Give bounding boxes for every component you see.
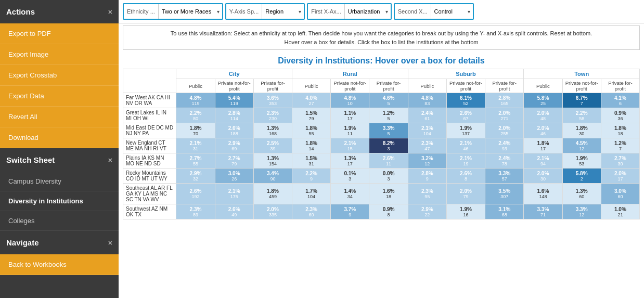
data-cell[interactable]: 2.8%114 xyxy=(215,108,253,123)
switch-sheet-close-icon[interactable]: × xyxy=(108,156,112,164)
data-cell[interactable]: 2.0%255 xyxy=(485,123,524,138)
data-cell[interactable]: 5.4%119 xyxy=(215,93,253,108)
data-cell[interactable]: 8.2%3 xyxy=(369,138,408,153)
data-cell[interactable]: 2.2%58 xyxy=(562,108,601,123)
data-cell[interactable]: 0.1%3 xyxy=(331,169,369,184)
data-cell[interactable]: 3.0%60 xyxy=(601,184,639,204)
data-cell[interactable]: 2.4%78 xyxy=(485,153,524,169)
data-cell[interactable]: 2.7%55 xyxy=(176,153,215,169)
sidebar-item-export-pdf[interactable]: Export to PDF xyxy=(0,23,119,44)
data-cell[interactable]: 2.6%8 xyxy=(446,169,485,184)
xaxis2-filter[interactable]: Second X... Control xyxy=(394,3,474,20)
data-cell[interactable]: 1.3%154 xyxy=(253,153,292,169)
data-cell[interactable]: 1.6%148 xyxy=(524,184,562,204)
data-cell[interactable]: 2.6%11 xyxy=(369,153,408,169)
data-cell[interactable]: 3.5%307 xyxy=(485,184,524,204)
data-cell[interactable]: 1.9%16 xyxy=(446,204,485,219)
data-cell[interactable]: 4.0%27 xyxy=(292,93,331,108)
sidebar-item-export-data[interactable]: Export Data xyxy=(0,86,119,107)
data-cell[interactable]: 2.3%230 xyxy=(253,108,292,123)
data-cell[interactable]: 4.1%6 xyxy=(601,93,639,108)
xaxis2-select[interactable]: Control xyxy=(431,4,473,19)
data-cell[interactable]: 1.8%17 xyxy=(524,138,562,153)
data-cell[interactable]: 2.0%271 xyxy=(485,108,524,123)
data-cell[interactable]: 2.9%22 xyxy=(408,204,446,219)
data-cell[interactable]: 3.0%26 xyxy=(215,169,253,184)
data-cell[interactable]: 2.2%9 xyxy=(292,169,331,184)
data-cell[interactable]: 4.8%10 xyxy=(331,93,369,108)
data-cell[interactable]: 3.2%12 xyxy=(408,153,446,169)
data-cell[interactable]: 1.3%17 xyxy=(331,153,369,169)
actions-close-icon[interactable]: × xyxy=(108,8,112,16)
yaxis-select[interactable]: Region xyxy=(262,4,304,19)
data-cell[interactable]: 1.8%30 xyxy=(562,123,601,138)
data-cell[interactable]: 1.8%18 xyxy=(601,123,639,138)
data-cell[interactable]: 2.3%47 xyxy=(408,138,446,153)
sidebar-item-diversity-institutions[interactable]: Diversity in Institutions xyxy=(0,191,119,211)
data-cell[interactable]: 1.8%55 xyxy=(292,123,331,138)
data-cell[interactable]: 2.1%31 xyxy=(176,138,215,153)
data-cell[interactable]: 3.3%5 xyxy=(369,123,408,138)
data-cell[interactable]: 4.8%83 xyxy=(408,93,446,108)
data-cell[interactable]: 1.2%5 xyxy=(369,108,408,123)
data-cell[interactable]: 6.7%7 xyxy=(562,93,601,108)
data-cell[interactable]: 1.7%104 xyxy=(292,184,331,204)
data-cell[interactable]: 1.1%17 xyxy=(331,108,369,123)
data-cell[interactable]: 5.8%25 xyxy=(524,93,562,108)
sidebar-item-export-crosstab[interactable]: Export Crosstab xyxy=(0,65,119,86)
data-cell[interactable]: 2.6%188 xyxy=(215,123,253,138)
data-cell[interactable]: 2.3%60 xyxy=(292,204,331,219)
data-cell[interactable]: 2.6%67 xyxy=(446,108,485,123)
data-cell[interactable]: 3.4%90 xyxy=(253,169,292,184)
data-cell[interactable]: 2.6%192 xyxy=(176,184,215,204)
data-cell[interactable]: 2.9%32 xyxy=(176,169,215,184)
xaxis1-select[interactable]: Urbanization xyxy=(345,4,391,19)
data-cell[interactable]: 2.7%79 xyxy=(215,153,253,169)
data-cell[interactable]: 2.4%93 xyxy=(485,138,524,153)
data-cell[interactable]: 5.8%2 xyxy=(562,169,601,184)
data-cell[interactable]: 2.1%175 xyxy=(215,184,253,204)
data-cell[interactable]: 2.0%30 xyxy=(524,169,562,184)
data-cell[interactable]: 1.8%70 xyxy=(176,123,215,138)
data-cell[interactable]: 3.3%57 xyxy=(485,169,524,184)
data-cell[interactable]: 2.7%30 xyxy=(601,153,639,169)
data-cell[interactable]: 2.0%48 xyxy=(524,108,562,123)
data-cell[interactable]: 3.7%9 xyxy=(331,204,369,219)
data-cell[interactable]: 2.1%15 xyxy=(331,138,369,153)
data-cell[interactable]: 1.9%53 xyxy=(562,153,601,169)
data-cell[interactable]: 1.8%14 xyxy=(292,138,331,153)
data-cell[interactable]: 2.0%46 xyxy=(524,123,562,138)
data-cell[interactable]: 1.3%60 xyxy=(562,184,601,204)
navigate-close-icon[interactable]: × xyxy=(108,239,112,247)
data-cell[interactable]: 2.3%95 xyxy=(408,184,446,204)
sidebar-item-campus-diversity[interactable]: Campus Diversity xyxy=(0,172,119,191)
data-cell[interactable]: 1.4%34 xyxy=(331,184,369,204)
data-cell[interactable]: 1.5%79 xyxy=(292,108,331,123)
data-cell[interactable]: 2.9%69 xyxy=(215,138,253,153)
data-cell[interactable]: 1.3%168 xyxy=(253,123,292,138)
data-cell[interactable]: 2.2%80 xyxy=(176,108,215,123)
data-cell[interactable]: 0.9%8 xyxy=(369,204,408,219)
data-cell[interactable]: 2.1%19 xyxy=(446,153,485,169)
data-cell[interactable]: 2.1%94 xyxy=(524,153,562,169)
data-cell[interactable]: 3.1%68 xyxy=(485,204,524,219)
data-cell[interactable]: 2.8%165 xyxy=(485,93,524,108)
data-cell[interactable]: 1.8%459 xyxy=(253,184,292,204)
data-cell[interactable]: 2.0%335 xyxy=(253,204,292,219)
data-cell[interactable]: 2.5%39 xyxy=(253,138,292,153)
sidebar-item-revert-all[interactable]: Revert All xyxy=(0,107,119,127)
data-cell[interactable]: 2.6%49 xyxy=(215,204,253,219)
ethnicity-select[interactable]: Two or More Races xyxy=(159,4,222,19)
data-cell[interactable]: 2.1%46 xyxy=(446,138,485,153)
data-cell[interactable]: 2.4%61 xyxy=(408,108,446,123)
sidebar-item-colleges[interactable]: Colleges xyxy=(0,211,119,231)
data-cell[interactable]: 1.6%18 xyxy=(369,184,408,204)
data-cell[interactable]: 4.6%5 xyxy=(369,93,408,108)
data-cell[interactable]: 4.5%12 xyxy=(562,138,601,153)
data-cell[interactable]: 3.6%353 xyxy=(253,93,292,108)
data-cell[interactable]: 1.9%11 xyxy=(331,123,369,138)
data-cell[interactable]: 0.9%36 xyxy=(601,108,639,123)
sidebar-item-back-to-workbooks[interactable]: Back to Workbooks xyxy=(0,254,119,275)
sidebar-item-export-image[interactable]: Export Image xyxy=(0,44,119,65)
data-cell[interactable]: 6.1%52 xyxy=(446,93,485,108)
